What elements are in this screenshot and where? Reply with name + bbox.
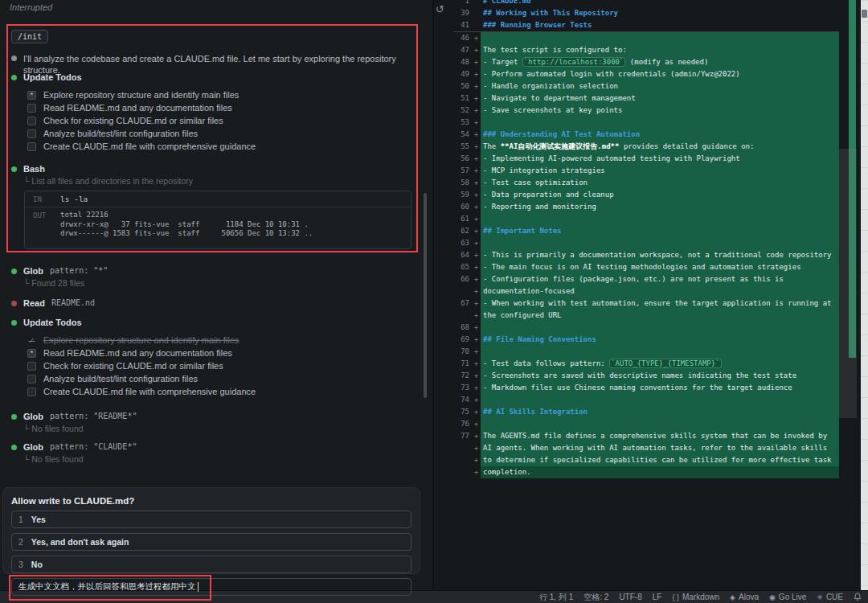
todo-item: *Read README.md and any documentation fi… xyxy=(27,347,411,359)
code-segment: The AGENTS.md file defines a comprehensi… xyxy=(483,432,827,440)
editor-added-line: 76+ xyxy=(434,418,839,430)
status-item-utf-8[interactable]: UTF-8 xyxy=(619,593,641,601)
status-item-go-live[interactable]: ◉Go Live xyxy=(769,593,806,601)
todo-label: Create CLAUDE.md file with comprehensive… xyxy=(43,387,256,396)
permission-text-input[interactable]: 生成中文文档，并以后回答和思考过程都用中文 xyxy=(11,578,411,596)
code-segment: `AUTO_{TYPE}_{TIMESTAMP}` xyxy=(609,359,721,368)
code-segment: ## AI Skills Integration xyxy=(483,408,588,416)
code-segment: - Implementing AI-powered automated test… xyxy=(483,154,740,162)
diff-plus-sign: + xyxy=(472,129,481,141)
minimap-strip[interactable] xyxy=(861,0,868,590)
option-label: No xyxy=(31,560,43,569)
code-segment: - Reporting and monitoring xyxy=(483,203,596,211)
checkbox-empty-icon xyxy=(27,117,36,125)
todo-label: Read README.md and any documentation fil… xyxy=(43,348,232,358)
notifications-bell-icon[interactable] xyxy=(854,593,862,601)
line-content xyxy=(481,213,839,225)
status-item--1-1[interactable]: 行 1, 列 1 xyxy=(539,592,573,603)
diff-plus-sign: + xyxy=(472,370,481,382)
code-segment: - Screenshots are saved with descriptive… xyxy=(483,371,796,379)
claude-code-pane: Interrupted /init I'll analyze the codeb… xyxy=(0,0,434,590)
permission-option-3[interactable]: 3No xyxy=(11,556,411,573)
code-segment: `http://localhost:3000` xyxy=(522,57,626,67)
line-number: 63 xyxy=(434,237,472,249)
status-label: Markdown xyxy=(682,593,719,601)
line-content xyxy=(481,418,839,430)
option-label: Yes, and don't ask again xyxy=(31,537,129,547)
line-number: 76 xyxy=(434,418,472,430)
line-content: - Configuration files (package.json, etc… xyxy=(481,273,839,285)
status-item-markdown[interactable]: { }Markdown xyxy=(672,593,719,601)
diff-plus-sign: + xyxy=(472,56,481,68)
line-number: 59 xyxy=(434,189,472,201)
alova-icon: ◈ xyxy=(730,593,735,601)
line-content: - The main focus is on AI testing method… xyxy=(481,261,839,273)
status-item-lf[interactable]: LF xyxy=(653,593,662,601)
line-number: 77 xyxy=(434,430,472,442)
glob-claude-block: Glob pattern: "CLAUDE*" └ No files found xyxy=(11,442,411,464)
permission-options: 1Yes2Yes, and don't ask again3No xyxy=(11,511,411,573)
diff-plus-sign: + xyxy=(472,273,481,285)
code-segment: - Test case optimization xyxy=(483,178,588,187)
editor-added-line: 47+The test script is configured to: xyxy=(434,44,839,56)
line-number: 67 xyxy=(434,297,472,310)
editor-scrollbar[interactable] xyxy=(839,149,857,418)
todo-label: Read README.md and any documentation fil… xyxy=(43,103,232,113)
tool-dot-icon xyxy=(11,414,17,420)
init-command-chip: /init xyxy=(11,30,48,43)
checkbox-empty-icon xyxy=(27,375,36,384)
editor-added-line: 72+- Screenshots are saved with descript… xyxy=(434,370,839,382)
code-segment: - Save screenshots at key points xyxy=(483,106,622,114)
line-content: completion. xyxy=(481,466,839,478)
bash-description: └ List all files and directories in the … xyxy=(23,176,411,186)
status-label: Alova xyxy=(739,593,759,601)
status-label: CUE xyxy=(826,593,843,601)
permission-option-1[interactable]: 1Yes xyxy=(11,511,411,528)
editor-added-line: 63+ xyxy=(434,237,839,249)
diff-plus-sign: + xyxy=(472,358,481,370)
line-content: # CLAUDE.md xyxy=(481,0,839,7)
line-number: 48 xyxy=(434,56,472,68)
diff-plus-sign: + xyxy=(472,213,481,225)
editor-added-line: 62+## Important Notes xyxy=(434,225,839,237)
editor-context-line: 41### Running Browser Tests xyxy=(434,19,839,31)
checkbox-empty-icon xyxy=(27,388,36,396)
editor-added-line: 65+- The main focus is on AI testing met… xyxy=(434,261,839,273)
line-content: ## Important Notes xyxy=(481,225,839,237)
line-number xyxy=(434,442,472,454)
diff-plus-sign: + xyxy=(472,105,481,117)
editor-added-line: 64+- This is primarily a documentation w… xyxy=(434,249,839,261)
line-number: 50 xyxy=(434,80,472,92)
line-content xyxy=(481,237,839,249)
code-segment: completion. xyxy=(483,468,531,476)
status-label: Go Live xyxy=(779,593,806,601)
status-item-cue[interactable]: ✳CUE xyxy=(817,593,843,601)
status-item-alova[interactable]: ◈Alova xyxy=(730,593,759,601)
tool-dot-icon xyxy=(11,75,17,80)
checkbox-active-icon: * xyxy=(27,349,36,358)
tool-dot-icon xyxy=(11,320,17,326)
read-block: Read README.nd xyxy=(11,298,411,308)
permission-dialog: Allow write to CLAUDE.md? 1Yes2Yes, and … xyxy=(2,487,420,574)
code-segment: provides detailed guidance on: xyxy=(619,142,754,150)
status-item--2[interactable]: 空格: 2 xyxy=(583,592,608,603)
app-window: Interrupted /init I'll analyze the codeb… xyxy=(0,0,868,603)
glob-result: └ No files found xyxy=(23,424,411,433)
editor-added-line: 52+- Save screenshots at key points xyxy=(434,105,839,117)
line-content xyxy=(481,322,839,334)
braces-icon: { } xyxy=(672,593,679,601)
line-content xyxy=(481,117,839,129)
code-segment: - When working with test automation, ens… xyxy=(483,299,831,307)
line-number: 61 xyxy=(434,213,472,225)
terminal-command: ls -la xyxy=(60,195,88,203)
line-number: 66 xyxy=(434,273,472,285)
diff-plus-sign: + xyxy=(472,334,481,346)
diff-plus-sign: + xyxy=(472,177,481,189)
line-number: 57 xyxy=(434,165,472,177)
revert-changes-icon[interactable]: ↺ xyxy=(436,3,444,15)
left-pane-scrollbar[interactable] xyxy=(424,193,427,398)
editor-added-line: 61+ xyxy=(434,213,839,225)
permission-option-2[interactable]: 2Yes, and don't ask again xyxy=(11,533,411,551)
line-content: - MCP integration strategies xyxy=(481,165,839,177)
text-cursor xyxy=(198,582,199,592)
